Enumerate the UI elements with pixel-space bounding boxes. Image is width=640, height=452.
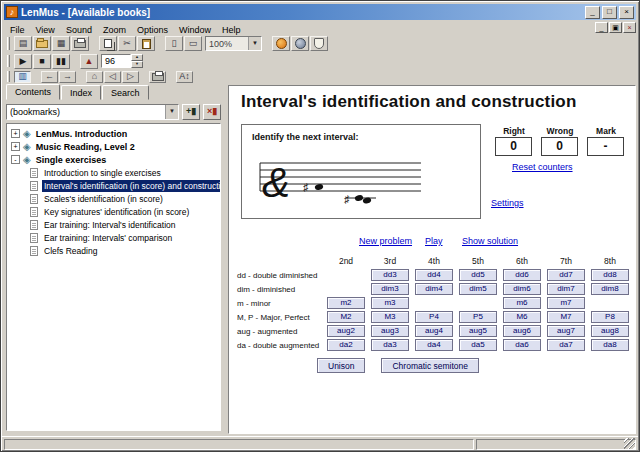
interval-button-dd3[interactable]: dd3 <box>371 269 409 281</box>
interval-button-aug4[interactable]: aug4 <box>415 325 453 337</box>
toolbar-grip[interactable] <box>7 37 10 51</box>
tree-item[interactable]: -◈Single exercises <box>8 153 219 166</box>
interval-button-dim7[interactable]: dim7 <box>547 283 585 295</box>
menu-options[interactable]: Options <box>137 25 168 35</box>
clock-button[interactable] <box>291 36 309 51</box>
metronome-button[interactable]: ▲ <box>80 54 98 69</box>
copy-button[interactable] <box>99 36 117 51</box>
interval-button-da5[interactable]: da5 <box>459 339 497 351</box>
print-page-button[interactable] <box>149 71 166 83</box>
tree-expander[interactable]: - <box>11 155 20 164</box>
unison-button[interactable]: Unison <box>317 358 365 373</box>
interval-button-m2[interactable]: m2 <box>327 297 365 309</box>
interval-button-P5[interactable]: P5 <box>459 311 497 323</box>
interval-button-P4[interactable]: P4 <box>415 311 453 323</box>
open-book-button[interactable] <box>33 36 51 51</box>
tempo-spinner[interactable]: 96▲▼ <box>101 54 143 68</box>
page-home-button[interactable]: ⌂ <box>86 71 103 83</box>
reset-counters-link[interactable]: Reset counters <box>512 162 573 172</box>
zoom-combo[interactable]: 100%▼ <box>205 36 262 51</box>
menu-file[interactable]: File <box>10 25 25 35</box>
tree-item[interactable]: Ear training: Interval's identification <box>8 218 219 231</box>
menu-window[interactable]: Window <box>179 25 211 35</box>
interval-button-da8[interactable]: da8 <box>591 339 629 351</box>
tab-index[interactable]: Index <box>61 85 101 100</box>
menu-view[interactable]: View <box>36 25 55 35</box>
interval-button-m6[interactable]: m6 <box>503 297 541 309</box>
interval-button-da6[interactable]: da6 <box>503 339 541 351</box>
spin-down-icon[interactable]: ▼ <box>131 61 143 68</box>
stop-button[interactable]: ■ <box>33 54 51 69</box>
print-button[interactable] <box>71 36 89 51</box>
interval-button-dim5[interactable]: dim5 <box>459 283 497 295</box>
tree-expander[interactable]: + <box>11 142 20 151</box>
interval-button-M3[interactable]: M3 <box>371 311 409 323</box>
nav-back-button[interactable]: ← <box>41 71 58 83</box>
chevron-down-icon[interactable]: ▼ <box>165 105 178 119</box>
tab-contents[interactable]: Contents <box>6 84 60 100</box>
interval-button-dim6[interactable]: dim6 <box>503 283 541 295</box>
full-mode-button[interactable]: ▭ <box>184 36 202 51</box>
toolbar-grip[interactable] <box>7 55 10 68</box>
bookmark-delete-button[interactable]: ×▮ <box>203 104 221 120</box>
interval-button-m3[interactable]: m3 <box>371 297 409 309</box>
font-size-button[interactable]: A↕ <box>176 71 193 83</box>
new-score-button[interactable]: ▤ <box>14 36 32 51</box>
interval-button-dd6[interactable]: dd6 <box>503 269 541 281</box>
mdi-minimize-button[interactable]: _ <box>595 22 608 33</box>
play-link[interactable]: Play <box>425 236 443 246</box>
cut-button[interactable]: ✂ <box>118 36 136 51</box>
chromatic-semitone-button[interactable]: Chromatic semitone <box>381 358 479 373</box>
page-next-button[interactable]: ▷ <box>122 71 139 83</box>
tree-item[interactable]: +◈LenMus. Introduction <box>8 127 219 140</box>
tree-item[interactable]: +◈Music Reading, Level 2 <box>8 140 219 153</box>
chevron-down-icon[interactable]: ▼ <box>248 37 261 50</box>
tree-item[interactable]: Clefs Reading <box>8 244 219 257</box>
spin-up-icon[interactable]: ▲ <box>131 54 143 61</box>
interval-button-da7[interactable]: da7 <box>547 339 585 351</box>
interval-button-m7[interactable]: m7 <box>547 297 585 309</box>
tree-item[interactable]: Introduction to single exercises <box>8 166 219 179</box>
mdi-close-button[interactable]: × <box>623 22 636 33</box>
interval-button-aug3[interactable]: aug3 <box>371 325 409 337</box>
interval-button-aug8[interactable]: aug8 <box>591 325 629 337</box>
nav-forward-button[interactable]: → <box>59 71 76 83</box>
toggle-contents-button[interactable]: ▥ <box>14 71 31 83</box>
mdi-restore-button[interactable]: ▣ <box>609 22 622 33</box>
show-solution-link[interactable]: Show solution <box>462 236 518 246</box>
interval-button-dd7[interactable]: dd7 <box>547 269 585 281</box>
interval-button-aug7[interactable]: aug7 <box>547 325 585 337</box>
resize-grip[interactable] <box>624 438 635 449</box>
toolbar-grip[interactable] <box>7 71 10 81</box>
interval-button-dd5[interactable]: dd5 <box>459 269 497 281</box>
menu-help[interactable]: Help <box>222 25 241 35</box>
interval-button-dim3[interactable]: dim3 <box>371 283 409 295</box>
interval-button-dim4[interactable]: dim4 <box>415 283 453 295</box>
interval-button-P8[interactable]: P8 <box>591 311 629 323</box>
interval-button-M7[interactable]: M7 <box>547 311 585 323</box>
menu-zoom[interactable]: Zoom <box>103 25 126 35</box>
settings-link[interactable]: Settings <box>491 198 524 208</box>
interval-button-dim8[interactable]: dim8 <box>591 283 629 295</box>
interval-button-M6[interactable]: M6 <box>503 311 541 323</box>
interval-button-aug5[interactable]: aug5 <box>459 325 497 337</box>
maximize-button[interactable]: □ <box>602 6 617 19</box>
interval-button-aug2[interactable]: aug2 <box>327 325 365 337</box>
shield-button[interactable] <box>310 36 328 51</box>
save-score-button[interactable]: ▦ <box>52 36 70 51</box>
interval-button-dd8[interactable]: dd8 <box>591 269 629 281</box>
interval-button-da2[interactable]: da2 <box>327 339 365 351</box>
tab-search[interactable]: Search <box>102 85 149 100</box>
new-problem-link[interactable]: New problem <box>359 236 412 246</box>
interval-button-M2[interactable]: M2 <box>327 311 365 323</box>
tree-item[interactable]: Interval's identification (in score) and… <box>8 179 219 192</box>
close-button[interactable]: × <box>619 6 634 19</box>
menu-sound[interactable]: Sound <box>66 25 92 35</box>
page-prev-button[interactable]: ◁ <box>104 71 121 83</box>
smiley-button[interactable] <box>272 36 290 51</box>
bookmarks-combo[interactable]: (bookmarks) ▼ <box>6 104 179 120</box>
interval-button-dd4[interactable]: dd4 <box>415 269 453 281</box>
pause-button[interactable]: ▮▮ <box>52 54 70 69</box>
interval-button-da4[interactable]: da4 <box>415 339 453 351</box>
tree-item[interactable]: Key signatures' identification (in score… <box>8 205 219 218</box>
